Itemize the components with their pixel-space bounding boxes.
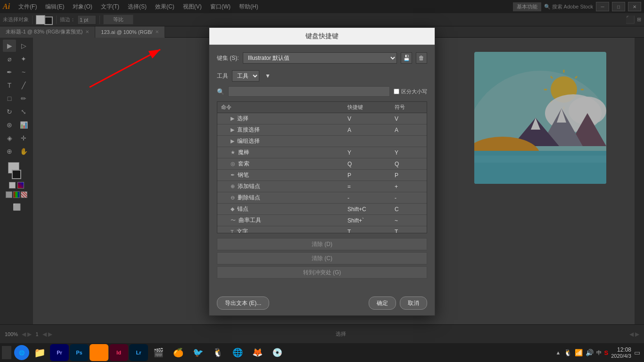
taskbar-chrome-btn[interactable]: 🌐 <box>228 344 247 361</box>
table-row[interactable]: ★ 魔棒 Y Y <box>217 147 427 158</box>
goto-conflict-btn[interactable]: 转到冲突处 (G) <box>217 266 427 279</box>
svg-line-22 <box>90 49 160 87</box>
search-icon: 🔍 <box>217 88 224 95</box>
tool-icon: 〜 <box>231 217 236 224</box>
clock-time: 12:08 <box>617 346 631 353</box>
start-area <box>2 346 11 359</box>
table-row[interactable]: ▶ 编组选择 <box>217 136 427 147</box>
taskbar-app-icons: 🌐 📁 Pr Ps Ai Id Lr 🎬 🍊 🐦 🐧 🌐 🦊 💿 <box>0 344 552 361</box>
table-header: 命令 快捷键 符号 <box>217 102 427 113</box>
cancel-btn[interactable]: 取消 <box>400 296 427 310</box>
tray-hide-icon[interactable]: ▲ <box>556 350 561 355</box>
tray-signal-icon[interactable]: 📶 <box>575 349 583 356</box>
taskbar-pr-btn[interactable]: Pr <box>50 344 69 361</box>
table-row[interactable]: ▶ 直接选择 A A <box>217 124 427 136</box>
tool-icon: ▶ <box>231 115 234 122</box>
export-text-btn[interactable]: 导出文本 (E)... <box>217 296 269 310</box>
clock-date: 2020/4/3 <box>611 353 631 359</box>
keyboard-shortcuts-dialog: 键盘快捷键 键集 (S): Illustrator 默认值 💾 🗑 工具 工具 … <box>209 27 435 316</box>
show-desktop-btn[interactable]: ▭ <box>634 349 640 356</box>
action-buttons-area: 清除 (D) 清除 (C) 转到冲突处 (G) <box>217 238 427 279</box>
tool-icon: ⊖ <box>231 195 235 201</box>
shortcuts-table-body: ▶ 选择 V V ▶ 直接选择 A A ▶ 编组选择 ★ 魔棒 Y <box>217 113 427 233</box>
keyset-select[interactable]: Illustrator 默认值 <box>243 52 397 64</box>
keyset-row: 键集 (S): Illustrator 默认值 💾 🗑 <box>217 52 427 64</box>
tool-icon: ★ <box>231 149 235 156</box>
table-row[interactable]: 〜 曲率工具 Shift+` ~ <box>217 215 427 226</box>
tray-lang-icon[interactable]: 中 <box>596 349 602 356</box>
table-row[interactable]: ⊖ 删除锚点 - - <box>217 192 427 204</box>
taskbar-fruit-btn[interactable]: 🍊 <box>169 344 188 361</box>
taskbar-fox-btn[interactable]: 🦊 <box>248 344 267 361</box>
ok-btn[interactable]: 确定 <box>369 296 396 310</box>
category-row: 工具 工具 ▼ <box>217 70 427 82</box>
tool-icon: ▶ <box>231 127 234 133</box>
tool-icon: ◆ <box>231 206 234 212</box>
table-row[interactable]: ⊕ 添加锚点 = + <box>217 181 427 192</box>
tool-icon: ◎ <box>231 161 235 167</box>
taskbar-disk-btn[interactable]: 💿 <box>268 344 287 361</box>
tool-icon: ⊕ <box>231 183 235 189</box>
dialog-overlay: 键盘快捷键 键集 (S): Illustrator 默认值 💾 🗑 工具 工具 … <box>0 0 644 343</box>
taskbar-id-btn[interactable]: Id <box>109 344 128 361</box>
clear-btn[interactable]: 清除 (D) <box>217 238 427 250</box>
taskbar-penguin-btn[interactable]: 🐧 <box>208 344 227 361</box>
category-label: 工具 <box>217 72 228 80</box>
taskbar-lr-btn[interactable]: Lr <box>129 344 148 361</box>
taskbar-files-btn[interactable]: 📁 <box>30 344 49 361</box>
tool-icon: ▶ <box>231 138 234 144</box>
category-select[interactable]: 工具 <box>232 70 259 82</box>
taskbar-ai-btn[interactable]: Ai <box>90 344 108 361</box>
case-sensitive-label[interactable]: 区分大小写 <box>394 88 427 95</box>
table-row[interactable]: ◎ 套索 Q Q <box>217 158 427 170</box>
search-row: 🔍 区分大小写 <box>217 86 427 97</box>
footer-left: 导出文本 (E)... <box>217 296 365 310</box>
taskbar-video-btn[interactable]: 🎬 <box>149 344 168 361</box>
tray-sogou-icon[interactable]: S <box>604 349 609 356</box>
search-input[interactable] <box>228 86 390 97</box>
case-sensitive-checkbox[interactable] <box>394 89 399 94</box>
tray-network-icon[interactable]: 🐧 <box>564 349 572 356</box>
dialog-footer: 导出文本 (E)... 确定 取消 <box>209 291 435 315</box>
save-keyset-btn[interactable]: 💾 <box>401 52 412 64</box>
redo-btn[interactable]: 清除 (C) <box>217 252 427 264</box>
taskbar-tray: ▲ 🐧 📶 🔊 中 S 12:08 2020/4/3 ▭ <box>552 346 644 359</box>
keyset-label: 键集 (S): <box>217 54 239 62</box>
taskbar-browser-btn[interactable]: 🌐 <box>14 345 29 360</box>
dialog-body: 键集 (S): Illustrator 默认值 💾 🗑 工具 工具 ▼ 🔍 <box>209 45 435 291</box>
taskbar-bird-btn[interactable]: 🐦 <box>189 344 207 361</box>
tool-icon: ✒ <box>231 172 235 178</box>
tray-volume-icon[interactable]: 🔊 <box>586 349 594 356</box>
dialog-title-bar: 键盘快捷键 <box>209 28 435 45</box>
clock-area: 12:08 2020/4/3 <box>611 346 631 359</box>
dialog-title: 键盘快捷键 <box>305 32 339 41</box>
taskbar-ps-btn[interactable]: Ps <box>70 344 89 361</box>
tool-icon: T <box>231 229 234 234</box>
table-row[interactable]: ✒ 钢笔 P P <box>217 170 427 181</box>
table-row[interactable]: T 文字 T T <box>217 226 427 233</box>
table-row[interactable]: ▶ 选择 V V <box>217 113 427 124</box>
taskbar: 🌐 📁 Pr Ps Ai Id Lr 🎬 🍊 🐦 🐧 🌐 🦊 💿 ▲ 🐧 📶 🔊… <box>0 343 644 362</box>
category-expand-icon: ▼ <box>265 73 271 79</box>
table-row[interactable]: ◆ 锚点 Shift+C C <box>217 204 427 215</box>
delete-keyset-btn[interactable]: 🗑 <box>416 52 427 64</box>
shortcuts-table-container[interactable]: 命令 快捷键 符号 ▶ 选择 V V ▶ 直接选择 A A ▶ 编组选择 <box>217 101 427 233</box>
